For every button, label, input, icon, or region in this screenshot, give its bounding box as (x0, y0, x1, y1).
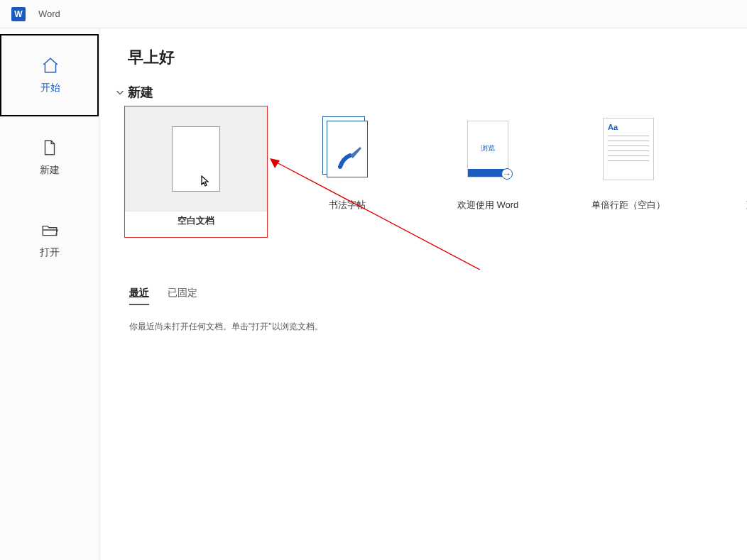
blank-page-icon (172, 126, 220, 192)
template-thumbnail (287, 106, 408, 192)
home-icon (41, 56, 60, 75)
cursor-icon (201, 175, 209, 187)
tab-recent[interactable]: 最近 (129, 287, 149, 305)
template-thumbnail (709, 106, 747, 192)
template-single-spacing[interactable]: Aa 单倍行距（空白） (568, 106, 689, 237)
template-welcome-word[interactable]: 浏览 → 欢迎使用 Word (427, 106, 548, 237)
open-folder-icon (40, 221, 59, 239)
spacing-preview-text: Aa (608, 123, 649, 131)
welcome-preview-text: 浏览 (468, 143, 508, 153)
template-label: 欢迎使用 Word (457, 199, 518, 212)
greeting-heading: 早上好 (128, 47, 747, 68)
sidebar-item-label: 打开 (40, 246, 60, 259)
sidebar-item-new[interactable]: 新建 (0, 116, 99, 199)
sidebar-item-open[interactable]: 打开 (0, 199, 99, 281)
template-thumbnail (125, 106, 267, 212)
sidebar-item-home[interactable]: 开始 (0, 34, 99, 116)
app-title: Word (38, 9, 60, 19)
template-label: 空白文档 (178, 214, 214, 227)
sidebar-item-label: 开始 (40, 82, 60, 94)
empty-recent-message: 你最近尚未打开任何文档。单击"打开"以浏览文档。 (129, 321, 747, 333)
sidebar-item-label: 新建 (40, 164, 60, 177)
template-blue-gray-resume[interactable]: 蓝灰色简历 (709, 106, 747, 237)
template-blank-document[interactable]: 空白文档 (125, 106, 267, 237)
welcome-thumb-icon: 浏览 → (467, 121, 508, 177)
template-calligraphy[interactable]: 书法字帖 (287, 106, 408, 237)
template-thumbnail: Aa (568, 106, 689, 192)
sidebar: 开始 新建 打开 (0, 28, 99, 560)
chevron-down-icon (115, 87, 125, 97)
recent-tabs: 最近 已固定 (129, 287, 747, 305)
new-section-header[interactable]: 新建 (115, 84, 747, 101)
tab-pinned[interactable]: 已固定 (168, 287, 197, 305)
template-label: 单倍行距（空白） (591, 199, 665, 212)
calligraphy-icon (327, 121, 368, 177)
template-row: 空白文档 书法字帖 浏览 (125, 106, 747, 237)
new-file-icon (40, 138, 59, 157)
main-content: 早上好 新建 空白文档 (99, 28, 747, 560)
section-title: 新建 (128, 84, 153, 101)
title-bar: W Word (0, 0, 747, 28)
template-thumbnail: 浏览 → (427, 106, 548, 192)
brush-icon (336, 144, 364, 172)
spacing-thumb-icon: Aa (603, 118, 654, 180)
arrow-right-icon: → (501, 168, 513, 180)
template-label: 书法字帖 (329, 199, 366, 212)
word-app-icon: W (11, 7, 26, 21)
